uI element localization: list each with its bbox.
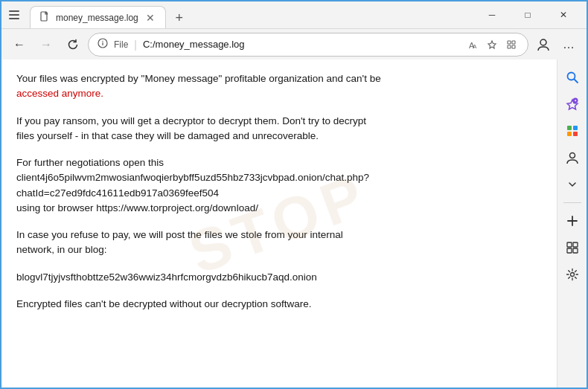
- content-area: STOP Your files was encrypted by "Money …: [1, 60, 557, 388]
- paragraph-2: If you pay ransom, you will get a decryp…: [16, 114, 542, 144]
- paragraph-2-line2: files yourself - in that case they will …: [16, 130, 319, 141]
- browser-body: STOP Your files was encrypted by "Money …: [1, 60, 587, 388]
- svg-rect-10: [512, 41, 515, 44]
- svg-rect-20: [567, 132, 572, 136]
- paragraph-1-line2: accessed anymore.: [16, 88, 103, 99]
- paragraph-3-line2: client4j6o5pilwvm2mwosianfwoqierbybff5uz…: [16, 172, 369, 183]
- browser-window: money_message.log ✕ + ─ □ ✕ ← →: [0, 0, 588, 389]
- back-button[interactable]: ←: [7, 33, 31, 57]
- tab-close-button[interactable]: ✕: [144, 12, 156, 24]
- paragraph-3-line4: using tor browser https://www.torproject…: [16, 202, 258, 213]
- paragraph-3: For further negotiations open this clien…: [16, 155, 542, 216]
- sidebar-collections-icon[interactable]: [560, 119, 584, 143]
- svg-line-15: [574, 80, 578, 83]
- svg-rect-26: [573, 242, 578, 247]
- paragraph-1-text: Your files was encrypted by "Money messa…: [16, 73, 381, 84]
- right-sidebar: ✦: [557, 60, 587, 388]
- svg-point-13: [540, 39, 546, 45]
- active-tab[interactable]: money_message.log ✕: [30, 6, 166, 28]
- svg-rect-21: [573, 132, 578, 136]
- svg-text:A: A: [473, 43, 477, 50]
- svg-text:✦: ✦: [574, 98, 577, 103]
- more-options-button[interactable]: …: [557, 33, 581, 57]
- svg-rect-9: [508, 41, 511, 44]
- svg-point-6: [102, 41, 103, 42]
- sidebar-search-icon[interactable]: [560, 65, 584, 89]
- svg-rect-28: [573, 248, 578, 253]
- svg-rect-18: [567, 126, 572, 130]
- window-right-controls: ─ □ ✕: [475, 1, 581, 28]
- nav-bar: ← → File | C:/money_message.log: [1, 28, 587, 60]
- svg-rect-3: [41, 12, 47, 21]
- file-content: Your files was encrypted by "Money messa…: [1, 60, 557, 335]
- sidebar-plus-icon[interactable]: [560, 209, 584, 233]
- paragraph-2-line1: If you pay ransom, you will get a decryp…: [16, 115, 366, 126]
- svg-rect-11: [508, 45, 511, 48]
- sidebar-dropdown-icon[interactable]: [560, 173, 584, 196]
- forward-button[interactable]: →: [34, 33, 58, 57]
- address-bar-icons: A A: [465, 37, 519, 52]
- paragraph-5: blogvl7tjyjvsfthobttze52w36wwiz34hrfcmor…: [16, 270, 542, 285]
- nav-right-icons: …: [531, 33, 581, 57]
- svg-rect-1: [9, 14, 19, 16]
- info-icon: [98, 38, 108, 51]
- refresh-button[interactable]: [61, 33, 85, 57]
- favorites-star-icon[interactable]: [485, 37, 499, 52]
- svg-rect-27: [567, 248, 572, 253]
- paragraph-4-line1: In case you refuse to pay, we will post …: [16, 229, 343, 240]
- file-label: File: [114, 39, 128, 50]
- maximize-button[interactable]: □: [511, 1, 545, 28]
- sidebar-profile-icon[interactable]: [560, 146, 584, 170]
- paragraph-6: Encrypted files can't be decrypted witho…: [16, 297, 542, 312]
- new-tab-button[interactable]: +: [169, 7, 190, 28]
- address-separator: |: [134, 39, 137, 51]
- sidebar-separator-1: [563, 202, 581, 203]
- svg-rect-19: [573, 126, 578, 130]
- sidebar-favorites-icon[interactable]: ✦: [560, 92, 584, 116]
- paragraph-3-line1: For further negotiations open this: [16, 157, 164, 168]
- browser-menu-icon[interactable]: [7, 8, 21, 22]
- tab-bar: money_message.log ✕ +: [30, 1, 472, 28]
- paragraph-5-text: blogvl7tjyjvsfthobttze52w36wwiz34hrfcmor…: [16, 271, 317, 283]
- svg-rect-25: [567, 242, 572, 247]
- url-text: C:/money_message.log: [143, 39, 459, 50]
- svg-rect-2: [9, 18, 19, 19]
- svg-point-29: [570, 273, 574, 277]
- paragraph-6-text: Encrypted files can't be decrypted witho…: [16, 298, 312, 309]
- address-bar[interactable]: File | C:/money_message.log A A: [88, 33, 528, 57]
- close-button[interactable]: ✕: [546, 1, 581, 28]
- tab-title: money_message.log: [56, 13, 138, 23]
- sidebar-settings-icon[interactable]: [560, 263, 584, 286]
- paragraph-1: Your files was encrypted by "Money messa…: [16, 71, 542, 102]
- paragraph-4-line2: network, in our blog:: [16, 244, 107, 255]
- sidebar-grid-icon[interactable]: [560, 236, 584, 260]
- svg-rect-12: [512, 45, 515, 48]
- paragraph-4: In case you refuse to pay, we will post …: [16, 228, 542, 258]
- title-bar: money_message.log ✕ + ─ □ ✕: [1, 1, 587, 28]
- profile-button[interactable]: [531, 33, 555, 57]
- read-aloud-icon[interactable]: A A: [465, 37, 480, 52]
- svg-point-22: [569, 153, 575, 158]
- tab-file-icon: [39, 11, 50, 24]
- paragraph-3-line3: chatId=c27ed9fdc41611edb917a0369feef504: [16, 187, 219, 199]
- minimize-button[interactable]: ─: [475, 1, 509, 28]
- window-left-controls: [7, 8, 21, 22]
- svg-rect-0: [9, 10, 19, 12]
- collections-icon[interactable]: [504, 37, 519, 52]
